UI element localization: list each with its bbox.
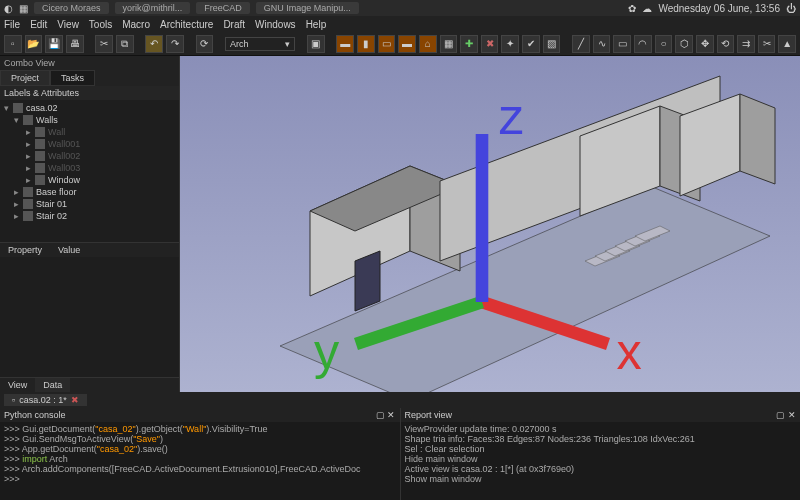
print-icon[interactable]: 🖶	[66, 35, 84, 53]
taskbar-tab[interactable]: GNU Image Manipu...	[256, 2, 359, 14]
menu-file[interactable]: File	[4, 19, 20, 30]
report-view: Report view▢ ✕ ViewProvider update time:…	[401, 408, 801, 500]
tree-item[interactable]: Stair 01	[36, 199, 67, 209]
console-title: Python console	[4, 410, 66, 420]
svg-line-19	[482, 302, 608, 344]
undo-icon[interactable]: ↶	[145, 35, 163, 53]
axes-gizmo: x y z	[172, 50, 792, 386]
property-header: PropertyValue	[0, 242, 179, 257]
document-tabs: ▫ casa.02 : 1* ✖	[0, 392, 800, 408]
save-icon[interactable]: 💾	[45, 35, 63, 53]
taskbar-tab[interactable]: Cicero Moraes	[34, 2, 109, 14]
apps-icon: ▦	[19, 3, 28, 14]
tree-walls[interactable]: Walls	[36, 115, 58, 125]
combo-view-panel: Combo View Project Tasks Labels & Attrib…	[0, 56, 180, 392]
tree-item[interactable]: Wall002	[48, 151, 80, 161]
menu-edit[interactable]: Edit	[30, 19, 47, 30]
menu-draft[interactable]: Draft	[223, 19, 245, 30]
python-console[interactable]: Python console▢ ✕ >>> Gui.getDocument("c…	[0, 408, 401, 500]
tree-item[interactable]: Window	[48, 175, 80, 185]
tab-view[interactable]: View	[0, 378, 35, 392]
tree-item[interactable]: Stair 02	[36, 211, 67, 221]
report-title: Report view	[405, 410, 453, 420]
tab-data[interactable]: Data	[35, 378, 70, 392]
tree-item[interactable]: Wall001	[48, 139, 80, 149]
tray-icon[interactable]: ✿	[628, 3, 636, 14]
menubar: File Edit View Tools Macro Architecture …	[0, 16, 800, 32]
open-icon[interactable]: 📂	[25, 35, 43, 53]
doc-tab[interactable]: ▫ casa.02 : 1* ✖	[4, 394, 87, 406]
property-panel[interactable]	[0, 257, 179, 377]
new-icon[interactable]: ▫	[4, 35, 22, 53]
svg-text:y: y	[314, 323, 340, 380]
menu-view[interactable]: View	[57, 19, 79, 30]
copy-icon[interactable]: ⧉	[116, 35, 134, 53]
3d-viewport[interactable]: x y z	[180, 56, 800, 392]
clock: Wednesday 06 June, 13:56	[658, 3, 780, 14]
tree-item[interactable]: Wall003	[48, 163, 80, 173]
svg-line-21	[356, 302, 482, 344]
menu-tools[interactable]: Tools	[89, 19, 112, 30]
menu-help[interactable]: Help	[306, 19, 327, 30]
taskbar-tab[interactable]: yorik@mithril...	[115, 2, 191, 14]
cut-icon[interactable]: ✂	[95, 35, 113, 53]
report-body: ViewProvider update time: 0.027000 sShap…	[401, 422, 801, 500]
distro-icon: ◐	[4, 3, 13, 14]
menu-windows[interactable]: Windows	[255, 19, 296, 30]
combo-view-label: Combo View	[0, 56, 179, 70]
power-icon[interactable]: ⏻	[786, 3, 796, 14]
labels-header: Labels & Attributes	[0, 86, 179, 100]
panel-controls[interactable]: ▢ ✕	[376, 410, 396, 420]
tree-item[interactable]: Wall	[48, 127, 65, 137]
workbench-selector[interactable]: Arch▾	[225, 37, 295, 51]
tab-project[interactable]: Project	[0, 70, 50, 86]
tree-item[interactable]: Base floor	[36, 187, 77, 197]
chevron-down-icon: ▾	[285, 39, 290, 49]
document-tree[interactable]: ▾casa.02 ▾Walls ▸Wall ▸Wall001 ▸Wall002 …	[0, 100, 179, 242]
doc-icon: ▫	[12, 395, 15, 405]
taskbar-tab[interactable]: FreeCAD	[196, 2, 250, 14]
tree-doc[interactable]: casa.02	[26, 103, 58, 113]
panel-controls[interactable]: ▢ ✕	[776, 410, 796, 420]
menu-macro[interactable]: Macro	[122, 19, 150, 30]
console-body[interactable]: >>> Gui.getDocument("casa_02").getObject…	[0, 422, 400, 500]
menu-architecture[interactable]: Architecture	[160, 19, 213, 30]
svg-text:x: x	[616, 323, 641, 380]
tray-icon[interactable]: ☁	[642, 3, 652, 14]
close-icon[interactable]: ✖	[71, 395, 79, 405]
tab-tasks[interactable]: Tasks	[50, 70, 95, 86]
svg-text:z: z	[499, 88, 524, 145]
system-titlebar: ◐ ▦ Cicero Moraes yorik@mithril... FreeC…	[0, 0, 800, 16]
